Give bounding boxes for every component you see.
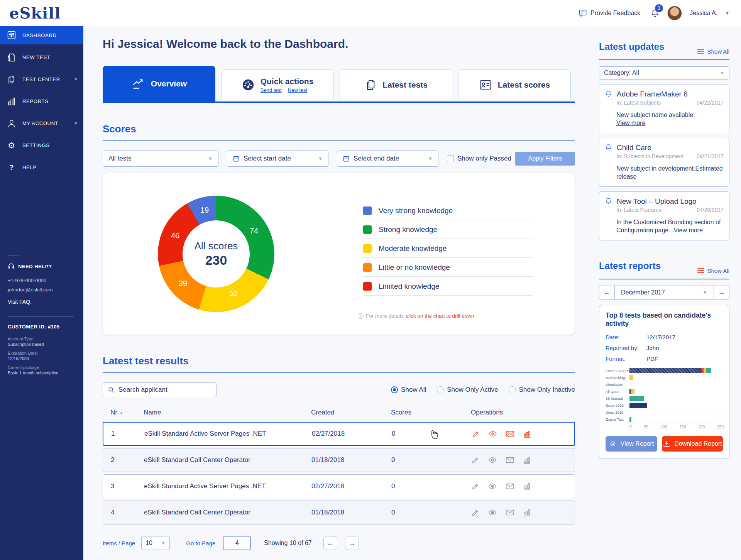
notifications-bell[interactable]: 3 xyxy=(650,8,660,18)
legend-swatch xyxy=(363,244,372,253)
month-select[interactable]: December 2017 ▼ xyxy=(615,286,714,299)
bell-icon xyxy=(605,197,612,205)
notification-count-badge: 3 xyxy=(655,4,663,12)
account-type-value: Subscription based xyxy=(8,342,83,347)
provide-feedback-button[interactable]: Provide Feedback xyxy=(579,9,640,17)
score-chart-icon[interactable] xyxy=(523,508,531,517)
view-more-link[interactable]: View more xyxy=(674,227,703,233)
email-envelope-icon[interactable] xyxy=(505,456,514,464)
update-body: In the Customized Branding section of Co… xyxy=(616,219,721,234)
sidebar-item-dashboard[interactable]: DASHBOARD xyxy=(0,26,83,44)
tab-overview[interactable]: Overview xyxy=(103,66,215,102)
divider xyxy=(8,316,74,317)
next-page-button[interactable]: → xyxy=(345,536,359,550)
start-date-select[interactable]: Select start date ▼ xyxy=(227,151,328,167)
sidebar-item-settings[interactable]: ⚙ SETTINGS xyxy=(0,134,83,156)
sidebar-item-my-account[interactable]: MY ACCOUNT ▼ xyxy=(0,112,83,134)
end-date-select[interactable]: Select end date ▼ xyxy=(337,151,438,167)
radio-show-all[interactable]: Show All xyxy=(391,386,426,394)
tab-quick-actions[interactable]: Quick actions Send test New test xyxy=(221,69,334,100)
cursor-hand-icon xyxy=(429,428,439,439)
go-to-page-input[interactable] xyxy=(223,536,251,550)
header-nr[interactable]: Nr▲ xyxy=(110,409,144,416)
pagination: Items / Page 10 ▼ Go to Page Showing 10 … xyxy=(103,536,575,550)
eye-icon xyxy=(609,440,617,447)
sidebar-item-reports[interactable]: REPORTS xyxy=(0,90,83,112)
show-only-passed-checkbox[interactable]: Show only Passed xyxy=(447,155,511,162)
view-eye-icon[interactable] xyxy=(488,482,497,491)
avatar[interactable] xyxy=(667,6,682,20)
previous-page-button[interactable]: ← xyxy=(323,536,337,550)
drill-down-link[interactable]: click on the chart to drill down xyxy=(406,313,474,319)
score-chart-icon[interactable] xyxy=(523,482,531,491)
email-envelope-icon[interactable] xyxy=(505,482,514,491)
score-chart-icon[interactable] xyxy=(523,456,531,464)
search-applicant-input[interactable] xyxy=(118,386,212,394)
edit-pencil-icon[interactable] xyxy=(472,430,480,438)
support-email[interactable]: johndoe@eskill.com xyxy=(8,287,83,293)
view-eye-icon[interactable] xyxy=(488,508,497,517)
tab-latest-scores[interactable]: Latest scores xyxy=(458,69,571,100)
calendar-icon xyxy=(343,155,350,162)
email-envelope-icon[interactable] xyxy=(505,508,514,517)
view-report-button[interactable]: View Report xyxy=(606,436,657,452)
divider xyxy=(103,372,575,373)
chart-legend: Very strong knowledge Strong knowledge M… xyxy=(363,206,533,301)
sidebar-item-test-center[interactable]: TEST CENTER ▼ xyxy=(0,68,83,90)
chevron-down-icon: ▼ xyxy=(208,156,213,161)
legend-swatch xyxy=(363,263,372,272)
email-envelope-icon[interactable] xyxy=(506,430,515,438)
sidebar-help-block: NEED HELP? +1-978-000-0000 johndoe@eskil… xyxy=(0,255,83,305)
items-per-page-select[interactable]: 10 ▼ xyxy=(141,536,170,550)
table-row[interactable]: 4 eSkill Standard Call Center Operator 0… xyxy=(103,501,575,524)
header-name[interactable]: Name xyxy=(144,409,311,416)
user-menu-caret-icon[interactable]: ▼ xyxy=(725,11,729,15)
category-filter-select[interactable]: Category: All ▼ xyxy=(599,66,729,80)
previous-month-button[interactable]: ← xyxy=(599,286,615,299)
send-test-link[interactable]: Send test xyxy=(261,87,282,93)
report-date-value: 12/17/2017 xyxy=(646,334,675,340)
header-created[interactable]: Created xyxy=(311,409,391,416)
reports-show-all-link[interactable]: Show All xyxy=(697,267,729,274)
edit-pencil-icon[interactable] xyxy=(471,508,480,517)
chevron-down-icon: ▼ xyxy=(318,156,323,161)
tests-select[interactable]: All tests ▼ xyxy=(103,151,218,167)
chart-x-axis: 050100150200250 xyxy=(629,425,724,429)
edit-pencil-icon[interactable] xyxy=(471,456,480,464)
feedback-bubble-icon xyxy=(579,9,587,17)
apply-filters-button[interactable]: Apply Filters xyxy=(515,152,575,166)
bell-icon xyxy=(605,90,612,97)
table-row[interactable]: 3 eSkill Standard Active Server Pages .N… xyxy=(103,474,575,498)
updates-show-all-link[interactable]: Show All xyxy=(697,48,729,55)
visit-faq-link[interactable]: Visit FAQ. xyxy=(8,299,83,305)
question-mark-icon: ? xyxy=(7,163,16,172)
sidebar-item-new-test[interactable]: NEW TEST xyxy=(0,46,83,68)
next-month-button[interactable]: → xyxy=(714,286,729,299)
edit-pencil-icon[interactable] xyxy=(471,482,480,491)
chevron-down-icon: ▼ xyxy=(703,290,707,295)
reports-icon xyxy=(7,97,16,106)
header-scores[interactable]: Scores xyxy=(391,409,471,416)
user-menu[interactable]: Jessica A. xyxy=(690,10,717,17)
slice-value: 39 xyxy=(179,279,187,288)
radio-show-only-active[interactable]: Show Only Active xyxy=(437,386,498,394)
view-eye-icon[interactable] xyxy=(488,430,497,438)
view-eye-icon[interactable] xyxy=(488,456,497,464)
report-title: Top 8 tests based on candidate's activit… xyxy=(606,311,723,328)
score-chart-icon[interactable] xyxy=(523,430,531,438)
table-row[interactable]: 1 eSkill Standard Active Server Pages .N… xyxy=(103,422,575,446)
update-card: Child Care In: Subjects in Development 0… xyxy=(599,138,729,187)
top-bar: eSkill Provide Feedback 3 Jessica A. ▼ xyxy=(0,0,741,26)
download-report-button[interactable]: Download Report xyxy=(662,436,723,452)
radio-show-only-inactive[interactable]: Show Only Inactive xyxy=(509,386,575,394)
legend-swatch xyxy=(363,282,372,291)
new-test-link[interactable]: New test xyxy=(288,87,308,93)
tab-latest-tests[interactable]: Latest tests xyxy=(340,69,452,100)
view-more-link[interactable]: View more xyxy=(616,120,645,126)
sidebar-item-help[interactable]: ? HELP xyxy=(0,156,83,178)
report-author-value: John xyxy=(646,345,659,351)
table-row[interactable]: 2 eSkill Standard Call Center Operator 0… xyxy=(103,448,575,472)
report-card: Top 8 tests based on candidate's activit… xyxy=(599,305,729,459)
legend-item: Limited knowledge xyxy=(363,282,533,296)
donut-chart[interactable] xyxy=(158,196,274,312)
